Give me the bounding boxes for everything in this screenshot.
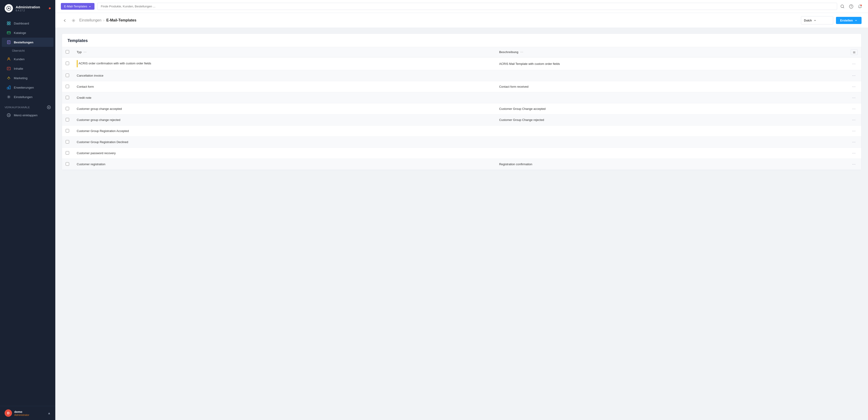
row-actions-button[interactable]: ···	[851, 84, 857, 89]
row-actions-button[interactable]: ···	[851, 150, 857, 156]
row-checkbox[interactable]	[66, 162, 69, 166]
row-checkbox[interactable]	[66, 151, 69, 155]
sidebar-item-einstellungen[interactable]: Einstellungen	[2, 92, 54, 102]
row-checkbox-cell	[62, 57, 73, 70]
row-actions-button[interactable]: ···	[851, 95, 857, 101]
row-checkbox-cell	[62, 125, 73, 137]
beschreibung-cell: Registration confirmation	[495, 159, 847, 170]
sidebar-item-label: Inhalte	[14, 67, 23, 71]
templates-tbody: ACRIS order confirmation with with custo…	[62, 57, 861, 170]
row-checkbox[interactable]	[66, 96, 69, 99]
row-checkbox[interactable]	[66, 62, 69, 65]
row-actions-button[interactable]: ···	[851, 117, 857, 123]
search-icon[interactable]	[840, 4, 845, 9]
svg-point-4	[9, 24, 10, 25]
row-checkbox[interactable]	[66, 107, 69, 110]
collapse-label: Menü einklappen	[14, 114, 37, 117]
sidebar-item-label: Marketing	[14, 76, 27, 80]
notification-icon[interactable]	[858, 4, 863, 9]
row-checkbox[interactable]	[66, 129, 69, 133]
beschreibung-header: Beschreibung ···	[495, 47, 847, 57]
actions-cell: ···	[847, 57, 861, 70]
sidebar-item-kunden[interactable]: Kunden	[2, 54, 54, 64]
table-row: Customer registrationRegistration confir…	[62, 159, 861, 170]
row-actions-button[interactable]: ···	[851, 139, 857, 145]
sidebar-sub-label: Übersicht	[12, 49, 25, 52]
marketing-icon	[6, 76, 11, 80]
row-actions-button[interactable]: ···	[851, 161, 857, 167]
back-button[interactable]	[62, 17, 68, 24]
table-row: Customer password recovery···	[62, 148, 861, 159]
templates-title: Templates	[62, 34, 861, 47]
svg-rect-11	[9, 86, 10, 89]
svg-point-17	[851, 7, 851, 8]
svg-point-19	[73, 20, 74, 21]
typ-cell: Customer Group Registration Declined	[73, 137, 495, 148]
sidebar-item-inhalte[interactable]: Inhalte	[2, 64, 54, 73]
actions-cell: ···	[847, 159, 861, 170]
table-header-row: Typ ··· Beschreibung ···	[62, 47, 861, 57]
row-checkbox[interactable]	[66, 85, 69, 88]
beschreibung-cell	[495, 137, 847, 148]
chevron-down-icon	[855, 19, 858, 22]
row-checkbox[interactable]	[66, 118, 69, 121]
beschreibung-cell	[495, 148, 847, 159]
sidebar-item-marketing[interactable]: Marketing	[2, 74, 54, 83]
templates-table-wrap: Typ ··· Beschreibung ···	[62, 47, 861, 170]
table-row: Customer Group Registration Declined···	[62, 137, 861, 148]
sidebar-item-dashboard[interactable]: Dashboard	[2, 19, 54, 28]
beschreibung-cell: Customer Group Change rejected	[495, 114, 847, 125]
settings-icon	[6, 94, 11, 99]
add-channel-icon[interactable]	[47, 106, 51, 109]
sidebar-item-label: Erweiterungen	[14, 86, 34, 89]
column-settings-button[interactable]	[851, 49, 858, 55]
svg-point-3	[7, 24, 8, 25]
chevron-down-icon	[814, 19, 816, 22]
search-input[interactable]	[97, 3, 837, 10]
sidebar-nav: Dashboard Kataloge Bestellungen Übersich…	[0, 17, 55, 406]
sidebar-item-erweiterungen[interactable]: Erweiterungen	[2, 83, 54, 92]
topbar: E-Mail-Templates	[55, 0, 868, 13]
page-settings-button[interactable]	[70, 17, 76, 24]
help-icon[interactable]	[849, 4, 854, 9]
sidebar-item-ubersicht[interactable]: Übersicht	[0, 47, 55, 54]
main-content: E-Mail-Templates Einstellungen › E-Ma	[55, 0, 868, 420]
typ-col-dots: ···	[84, 50, 86, 54]
row-actions-button[interactable]: ···	[851, 61, 857, 67]
chevron-up-icon: ▲	[48, 411, 51, 415]
row-checkbox[interactable]	[66, 140, 69, 143]
app-logo	[5, 4, 13, 12]
actions-cell: ···	[847, 81, 861, 92]
sidebar-item-kataloge[interactable]: Kataloge	[2, 28, 54, 37]
search-filter-button[interactable]: E-Mail-Templates	[61, 3, 94, 10]
sidebar-item-label: Bestellungen	[14, 40, 33, 44]
row-checkbox[interactable]	[66, 74, 69, 77]
actions-cell: ···	[847, 125, 861, 137]
sidebar-item-bestellungen[interactable]: Bestellungen	[2, 38, 54, 47]
content-area: Templates Typ ···	[55, 28, 868, 420]
typ-cell: Customer Group Registration Accepted	[73, 125, 495, 137]
customers-icon	[6, 57, 11, 61]
svg-rect-10	[7, 87, 8, 89]
row-actions-button[interactable]: ···	[851, 73, 857, 79]
catalog-icon	[6, 30, 11, 35]
row-actions-button[interactable]: ···	[851, 106, 857, 112]
language-selector[interactable]: Dutch	[801, 16, 833, 25]
typ-cell: Cancellation invoice	[73, 70, 495, 81]
row-actions-button[interactable]: ···	[851, 128, 857, 134]
typ-cell: Contact form	[73, 81, 495, 92]
sidebar-item-menu-einklappen[interactable]: Menü einklappen	[2, 111, 54, 120]
beschreibung-cell	[495, 125, 847, 137]
app-version: 6.4.17.2	[16, 9, 40, 12]
avatar: D	[5, 410, 12, 417]
create-button[interactable]: Erstellen	[836, 17, 862, 24]
sidebar-item-label: Dashboard	[14, 22, 29, 25]
breadcrumb-separator: ›	[103, 18, 104, 22]
beschreibung-col-dots: ···	[520, 50, 523, 54]
typ-header: Typ ···	[73, 47, 495, 57]
templates-table: Typ ··· Beschreibung ···	[62, 47, 861, 170]
page-header: Einstellungen › E-Mail-Templates Dutch E…	[55, 13, 868, 28]
select-all-checkbox[interactable]	[66, 50, 69, 54]
breadcrumb-parent[interactable]: Einstellungen	[79, 18, 101, 22]
sidebar-item-label: Einstellungen	[14, 95, 32, 99]
